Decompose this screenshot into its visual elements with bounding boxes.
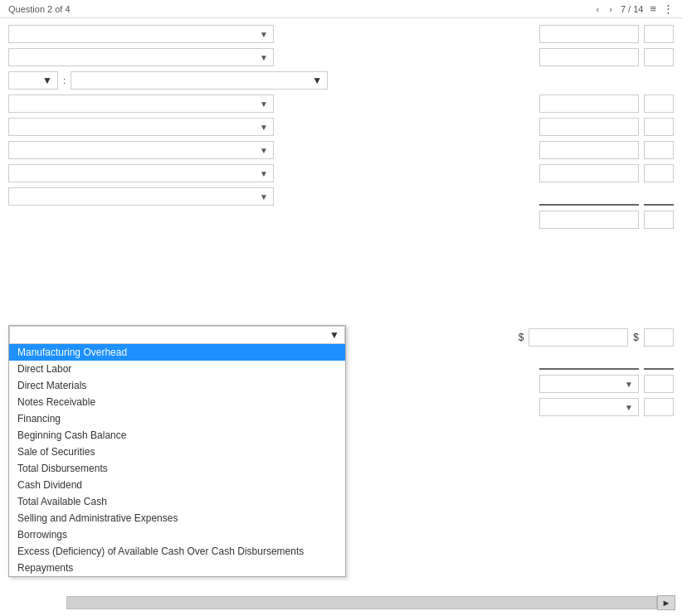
dropdown-8[interactable]: ▼ xyxy=(8,187,274,206)
dropdown-item-sale-of-securities[interactable]: Sale of Securities xyxy=(9,444,345,460)
main-content: ▼ ▼ ▼ : ▼ xyxy=(0,18,682,616)
dropdown-2-arrow: ▼ xyxy=(260,53,268,62)
dropdown-item-direct-materials[interactable]: Direct Materials xyxy=(9,377,345,394)
left-panel: ▼ ▼ ▼ : ▼ xyxy=(0,18,340,616)
dropdown-row-2: ▼ xyxy=(8,48,332,66)
dropdown-6[interactable]: ▼ xyxy=(8,141,274,159)
input-row-5 xyxy=(348,118,674,136)
dropdown-row-1: ▼ xyxy=(8,25,332,43)
input-9-small[interactable] xyxy=(644,211,674,229)
dropdown-5[interactable]: ▼ xyxy=(8,118,274,136)
dropdown-3-large[interactable]: ▼ xyxy=(71,71,328,90)
input-10-small[interactable] xyxy=(644,352,674,370)
input-8-small[interactable] xyxy=(644,187,674,206)
input-row-7 xyxy=(348,164,674,182)
dropdown-item-excess-deficiency[interactable]: Excess (Deficiency) of Available Cash Ov… xyxy=(9,543,345,560)
dropdown-item-borrowings[interactable]: Borrowings xyxy=(9,526,345,543)
dropdown-4-arrow: ▼ xyxy=(260,99,268,109)
question-label: Question 2 of 4 xyxy=(8,4,71,14)
dollar-input-1-main[interactable] xyxy=(529,328,628,347)
scroll-right-button[interactable]: ► xyxy=(657,595,675,610)
input-6-small[interactable] xyxy=(644,141,674,159)
input-row-6 xyxy=(348,141,674,159)
page-info: 7 / 14 xyxy=(621,4,644,14)
dropdown-item-notes-receivable[interactable]: Notes Receivable xyxy=(9,394,345,410)
input-4-main[interactable] xyxy=(539,95,639,113)
input-10-main[interactable] xyxy=(539,352,639,370)
dropdown-1[interactable]: ▼ xyxy=(8,25,274,43)
input-5-small[interactable] xyxy=(644,118,674,136)
menu-button[interactable]: ≡ xyxy=(650,2,656,15)
dropdown-row-7: ▼ xyxy=(8,164,332,182)
input-row-3 xyxy=(348,71,674,90)
input-9-main[interactable] xyxy=(539,211,639,229)
dropdown-row-5: ▼ xyxy=(8,118,332,136)
dropdown-4[interactable]: ▼ xyxy=(8,95,274,113)
dropdown-row-3: ▼ : ▼ xyxy=(8,71,332,90)
dropdown-item-repayments[interactable]: Repayments xyxy=(9,560,345,576)
dropdown-7-arrow: ▼ xyxy=(260,169,268,178)
dropdown-6-arrow: ▼ xyxy=(260,146,268,155)
input-1-main[interactable] xyxy=(539,25,639,43)
dropdown-open: ▼ Manufacturing Overhead Direct Labor Di… xyxy=(8,325,346,577)
input-7-main[interactable] xyxy=(539,164,639,182)
right-dropdown-1[interactable]: ▼ xyxy=(539,375,639,393)
horizontal-scrollbar[interactable] xyxy=(66,596,657,609)
dropdown-row-6: ▼ xyxy=(8,141,332,159)
input-1-small[interactable] xyxy=(644,25,674,43)
dropdown-item-cash-dividend[interactable]: Cash Dividend xyxy=(9,477,345,493)
input-5-main[interactable] xyxy=(539,118,639,136)
dropdown-1-arrow: ▼ xyxy=(260,30,268,39)
page-container: Question 2 of 4 ‹ › 7 / 14 ≡ ⋮ ▼ ▼ xyxy=(0,0,682,616)
dropdown-3-small[interactable]: ▼ xyxy=(8,71,58,90)
dropdown-item-total-disbursements[interactable]: Total Disbursements xyxy=(9,460,345,477)
input-row-2 xyxy=(348,48,674,66)
dropdown-row-8: ▼ xyxy=(8,187,332,206)
dropdown-3-small-arrow: ▼ xyxy=(42,75,52,86)
right-panel: $ $ ▼ ▼ xyxy=(340,18,682,616)
dropdown-pair-3: ▼ : ▼ xyxy=(8,71,332,90)
right-dropdown-2[interactable]: ▼ xyxy=(539,398,639,416)
nav-next-button[interactable]: › xyxy=(607,4,614,14)
input-row-1 xyxy=(348,25,674,43)
input-6-main[interactable] xyxy=(539,141,639,159)
input-rd2-small[interactable] xyxy=(644,398,674,416)
right-dropdown-row-2: ▼ xyxy=(348,398,674,416)
input-4-small[interactable] xyxy=(644,95,674,113)
more-button[interactable]: ⋮ xyxy=(663,2,674,15)
dropdown-2[interactable]: ▼ xyxy=(8,48,274,66)
dropdown-item-selling-admin[interactable]: Selling and Administrative Expenses xyxy=(9,510,345,526)
dropdown-item-total-available-cash[interactable]: Total Available Cash xyxy=(9,493,345,510)
dropdown-item-financing[interactable]: Financing xyxy=(9,410,345,427)
input-row-4 xyxy=(348,95,674,113)
dropdown-5-arrow: ▼ xyxy=(260,123,268,132)
right-dropdown-2-arrow: ▼ xyxy=(625,403,633,412)
dropdown-item-manufacturing-overhead[interactable]: Manufacturing Overhead xyxy=(9,344,345,361)
input-2-small[interactable] xyxy=(644,48,674,66)
input-row-9 xyxy=(348,211,674,229)
dropdown-row-4: ▼ xyxy=(8,95,332,113)
dollar-row-1: $ $ xyxy=(348,328,674,347)
colon-separator: : xyxy=(63,75,66,85)
dropdown-open-header[interactable]: ▼ xyxy=(9,326,345,344)
input-rd1-small[interactable] xyxy=(644,375,674,393)
dropdown-item-beginning-cash-balance[interactable]: Beginning Cash Balance xyxy=(9,427,345,444)
input-2-main[interactable] xyxy=(539,48,639,66)
dropdown-item-direct-labor[interactable]: Direct Labor xyxy=(9,361,345,377)
dollar-sign-2: $ xyxy=(633,332,639,343)
dropdown-7[interactable]: ▼ xyxy=(8,164,274,182)
input-8-main[interactable] xyxy=(539,187,639,206)
dollar-input-1-small[interactable] xyxy=(644,328,674,347)
right-dropdown-row-1: ▼ xyxy=(348,375,674,393)
input-row-8 xyxy=(348,187,674,206)
input-7-small[interactable] xyxy=(644,164,674,182)
input-row-10 xyxy=(348,352,674,370)
dropdown-list: Manufacturing Overhead Direct Labor Dire… xyxy=(9,344,345,576)
dropdown-8-arrow: ▼ xyxy=(260,192,268,201)
nav-prev-button[interactable]: ‹ xyxy=(595,4,602,14)
top-bar: Question 2 of 4 ‹ › 7 / 14 ≡ ⋮ xyxy=(0,0,682,18)
dropdown-3-large-arrow: ▼ xyxy=(312,75,322,86)
dropdown-open-arrow: ▼ xyxy=(329,329,339,341)
dollar-sign-1: $ xyxy=(519,332,524,343)
top-bar-right: ‹ › 7 / 14 ≡ ⋮ xyxy=(595,2,674,15)
